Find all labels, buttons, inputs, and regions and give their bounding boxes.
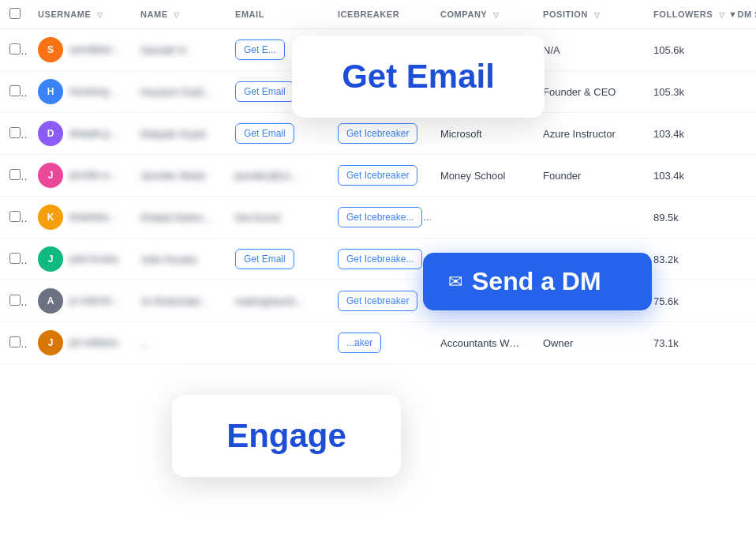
table-row: KkhaledeahmadKhaled Dahm...Not foundGet … [0,197,756,239]
table-container: USERNAME ▽ NAME ▽ EMAIL ICEBREAKER COMPA… [0,0,756,541]
col-header-followers[interactable]: FOLLOWERS ▽ [644,0,719,29]
followers-cell: 105.6k [644,29,719,71]
get-email-button[interactable]: Get E... [235,39,285,60]
username-text: khaledeahmad [69,212,122,223]
row-checkbox-cell [0,155,28,197]
position-cell: N/A [533,29,644,71]
get-icebreaker-button[interactable]: Get Icebreaker [338,123,417,144]
dm-sent-cell [719,322,756,364]
col-header-position[interactable]: POSITION ▽ [533,0,644,29]
username-cell: Ajo-robichdelena... [28,280,131,322]
avatar: J [38,330,63,355]
col-header-company[interactable]: COMPANY ▽ [431,0,533,29]
row-checkbox[interactable] [9,253,21,264]
row-checkbox-cell [0,280,28,322]
followers-cell: 105.3k [644,71,719,113]
username-text: jennifer-a-weier [69,170,122,181]
company-cell: Money School [431,155,533,197]
name-cell: Houston Gold... [131,71,226,113]
get-email-tooltip: Get Email [292,36,545,118]
name-cell: Samath H. [131,29,226,71]
icebreaker-cell: Get Icebreaker [328,155,431,197]
row-checkbox[interactable] [9,336,21,348]
name-cell: Khaled Dahm... [131,197,226,239]
icebreaker-cell: Get Icebreaker [328,113,431,155]
name-text: Deepak Goyal [140,128,205,140]
send-dm-label: Send a DM [472,267,601,296]
table-row: Jjennifer-a-weierJennifer Weierjennifer@… [0,155,756,197]
get-email-button[interactable]: Get Email [235,81,294,102]
position-cell [533,197,644,239]
send-dm-tooltip[interactable]: ✉ Send a DM [423,253,652,310]
dm-sent-cell [719,280,756,322]
get-email-button[interactable]: Get Email [235,123,294,144]
dm-sent-cell [719,29,756,71]
select-all-checkbox[interactable] [9,8,21,19]
row-checkbox-cell [0,322,28,364]
username-cell: Ssamattharake [28,29,131,71]
get-icebreaker-button[interactable]: ...aker [338,332,381,353]
username-text: samattharake [69,44,122,55]
name-cell: Deepak Goyal [131,113,226,155]
dm-sent-cell [719,113,756,155]
username-text: jen-williams [69,337,118,348]
avatar: H [38,79,63,104]
email-cell: Get Email [226,113,328,155]
row-checkbox[interactable] [9,127,21,138]
row-checkbox[interactable] [9,295,21,306]
dm-sent-cell [719,197,756,239]
position-cell: Azure Instructor [533,113,644,155]
engage-tooltip: Engage [172,395,401,477]
email-cell: Get Email [226,239,328,280]
col-header-icebreaker: ICEBREAKER [328,0,431,29]
name-text: Samath H. [140,44,189,56]
table-row: Jjen-williams......akerAccountants Wealt… [0,322,756,364]
col-header-check[interactable] [0,0,28,29]
row-checkbox[interactable] [9,211,21,222]
avatar: J [38,246,63,272]
name-cell: Jo Robichdel... [131,280,226,322]
row-checkbox-cell [0,197,28,239]
username-cell: Jjulie-hruska [28,239,131,280]
get-icebreaker-button[interactable]: Get Icebreake... [338,249,422,269]
email-text: jennifer@co... [235,170,298,182]
name-sort-icon: ▽ [174,11,180,19]
username-text: houstongolden [69,86,122,97]
username-cell: Jjen-williams [28,322,131,364]
followers-cell: 103.4k [644,113,719,155]
email-cell: makinghwork... [226,280,328,322]
dm-sent-cell [719,71,756,113]
envelope-icon: ✉ [448,272,462,292]
col-header-username[interactable]: USERNAME ▽ [28,0,131,29]
followers-cell: 73.1k [644,322,719,364]
followers-cell: 83.2k [644,239,719,280]
company-sort-icon: ▽ [493,11,500,19]
username-cell: Jjennifer-a-weier [28,155,131,197]
name-text: Houston Gold... [140,86,211,98]
dm-sent-cell [719,239,756,280]
dm-sent-cell [719,155,756,197]
col-header-name[interactable]: NAME ▽ [131,0,226,29]
icebreaker-cell: Get Icebreake... [328,197,431,239]
username-cell: Ddeepak.goyal... [28,113,131,155]
followers-sort-icon: ▽ [719,11,725,19]
email-text: makinghwork... [235,295,304,307]
row-checkbox-cell [0,71,28,113]
get-email-button[interactable]: Get Email [235,249,294,269]
position-cell: Founder & CEO [533,71,644,113]
avatar: S [38,37,63,62]
username-text: julie-hruska [69,254,118,265]
get-icebreaker-button[interactable]: Get Icebreake... [338,207,422,227]
row-checkbox[interactable] [9,169,21,180]
row-checkbox[interactable] [9,43,21,54]
row-checkbox[interactable] [9,85,21,96]
company-cell [431,197,533,239]
username-cell: Kkhaledeahmad [28,197,131,239]
get-icebreaker-button[interactable]: Get Icebreaker [338,165,417,186]
name-cell: Jennifer Weier [131,155,226,197]
get-email-label: Get Email [342,58,495,95]
email-text: Not found [235,212,279,224]
name-text: Julie Hruska [140,254,197,265]
get-icebreaker-button[interactable]: Get Icebreaker [338,291,417,311]
avatar: A [38,288,63,314]
